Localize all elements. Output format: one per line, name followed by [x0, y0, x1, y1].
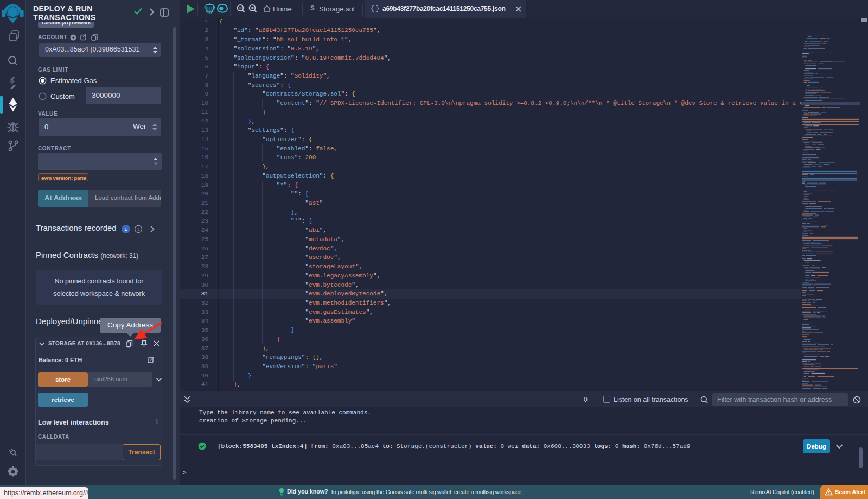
svg-text:i: i: [138, 227, 139, 232]
